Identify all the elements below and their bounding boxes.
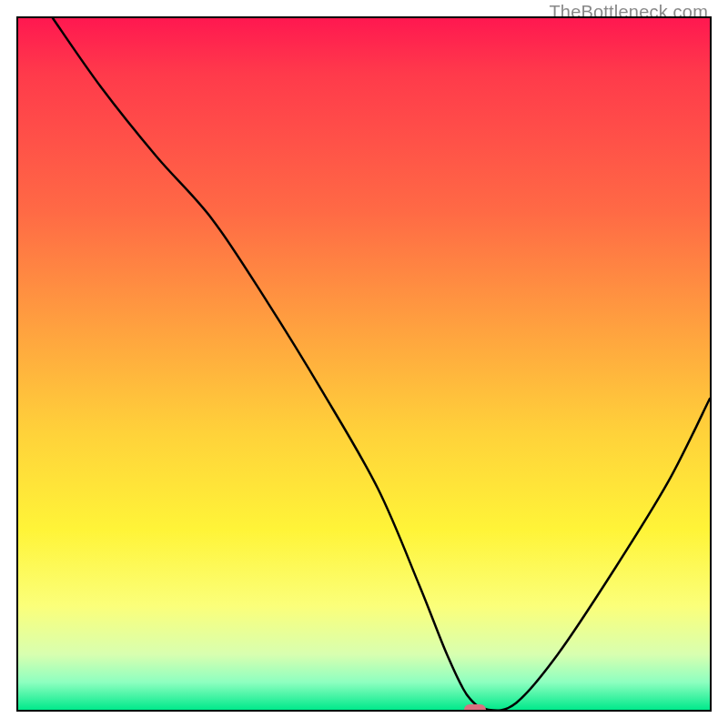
- bottleneck-chart: TheBottleneck.com: [0, 0, 728, 728]
- optimum-marker: [464, 704, 486, 712]
- plot-area: [16, 16, 712, 712]
- bottleneck-line: [18, 18, 710, 710]
